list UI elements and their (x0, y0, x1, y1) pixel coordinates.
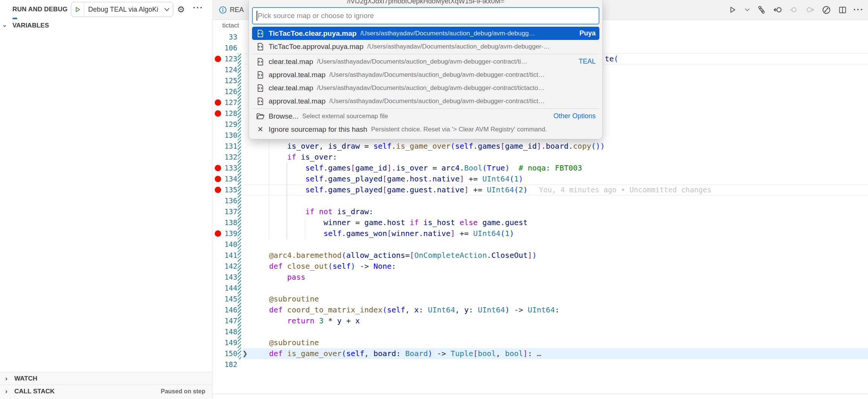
tab-label: REA (230, 6, 244, 14)
line-number: 132 (212, 152, 237, 163)
code-line-149[interactable]: 149 @subroutine (212, 337, 868, 348)
quickpick-item[interactable]: Browse...Select external sourcemap fileO… (252, 110, 599, 123)
run-button[interactable] (728, 5, 738, 15)
call-stack-section-header[interactable]: › CALL STACK Paused on step (0, 385, 212, 399)
code-line-134[interactable]: 134 self.games_played[game.host.native] … (212, 174, 868, 184)
quickpick-input[interactable]: Pick source map or choose to ignore (252, 7, 599, 24)
code-line-138[interactable]: 138 winner = game.host if is_host else g… (212, 217, 868, 228)
run-dropdown-chevron-icon[interactable] (744, 5, 750, 15)
quickpick-item-label: approval.teal.map (269, 71, 326, 79)
start-debug-button[interactable] (71, 2, 84, 17)
quickpick-item-label: approval.teal.map (269, 97, 326, 105)
modified-lines-gutter-decoration (238, 53, 241, 359)
file-code-icon (256, 70, 265, 79)
code-line-141[interactable]: 141 @arc4.baremethod(allow_actions=[OnCo… (212, 250, 868, 261)
quickpick-item-description: /Users/asthayadav/Documents/auction_debu… (329, 71, 545, 79)
quickpick-item[interactable]: TicTacToe.approval.puya.map/Users/asthay… (252, 40, 599, 53)
code-text: self.games[game_id].is_over = arc4.Bool(… (251, 163, 582, 174)
progress-indicator (12, 18, 17, 19)
swap-session-icon[interactable] (756, 5, 766, 15)
quickpick-item[interactable]: approval.teal.map/Users/asthayadav/Docum… (252, 68, 599, 81)
line-number: 106 (212, 43, 237, 53)
quickpick-item[interactable]: TicTacToe.clear.puya.map/Users/asthayada… (252, 27, 599, 40)
code-line-135[interactable]: 135 self.games_played[game.guest.native]… (212, 184, 868, 195)
quickpick-item[interactable]: approval.teal.map/Users/asthayadav/Docum… (252, 94, 599, 108)
code-line-139[interactable]: 139 self.games_won[winner.native] += UIn… (212, 228, 868, 239)
code-line-136[interactable]: 136 (212, 195, 868, 206)
run-to-line-icon[interactable] (821, 5, 831, 15)
quickpick-item-description: /Users/asthayadav/Documents/auction_debu… (317, 58, 527, 65)
code-line-150[interactable]: 150❯ def is_game_over(self, board: Board… (212, 348, 868, 359)
code-line-142[interactable]: 142 def close_out(self) -> None: (212, 261, 868, 272)
fold-chevron-icon[interactable]: ❯ (242, 348, 250, 359)
line-number: 140 (212, 239, 237, 250)
file-code-icon (256, 97, 265, 106)
line-number: 126 (212, 86, 237, 97)
variables-section-header[interactable]: › VARIABLES (0, 21, 212, 32)
chevron-down-icon (164, 8, 173, 11)
quickpick-item-description: /Users/asthayadav/Documents/auction_debu… (367, 43, 550, 50)
code-line-131[interactable]: 131 is_over, is_draw = self.is_game_over… (212, 141, 868, 152)
watch-section-header[interactable]: › WATCH (0, 372, 212, 385)
code-line-145[interactable]: 145 @subroutine (212, 294, 868, 305)
code-line-133[interactable]: 133 self.games[game_id].is_over = arc4.B… (212, 163, 868, 174)
info-icon (219, 6, 227, 14)
line-number: 147 (212, 315, 237, 326)
text-cursor (257, 11, 257, 21)
code-line-140[interactable]: 140 (212, 239, 868, 250)
gear-icon[interactable]: ⚙ (177, 5, 185, 14)
line-number: 124 (212, 64, 237, 75)
code-line-132[interactable]: 132 if is_over: (212, 152, 868, 163)
code-line-147[interactable]: 147 return 3 * y + x (212, 315, 868, 326)
breadcrumb[interactable]: tictact (222, 20, 239, 32)
quickpick-item[interactable]: clear.teal.map/Users/asthayadav/Document… (252, 81, 599, 94)
step-forward-icon (805, 5, 815, 15)
code-line-137[interactable]: 137 if not is_draw: (212, 206, 868, 217)
code-text: self.games_played[game.guest.native] += … (251, 184, 711, 195)
close-icon: ✕ (256, 125, 265, 134)
quickpick-overlay: /lVlJ2gXJdxI7pmobtOepkHdoMyetXqW15FiFtkx… (249, 0, 603, 139)
chevron-down-icon: › (1, 25, 9, 27)
line-number: 135 (212, 184, 237, 195)
line-number: 137 (212, 206, 237, 217)
line-number: 144 (212, 283, 237, 294)
line-number: 128 (212, 108, 237, 119)
call-stack-status: Paused on step (161, 388, 205, 395)
quickpick-placeholder: Pick source map or choose to ignore (258, 12, 374, 20)
debug-config-label: Debug TEAL via AlgoKi (84, 6, 164, 14)
code-line-146[interactable]: 146 def coord_to_matrix_index(self, x: U… (212, 305, 868, 315)
quickpick-item-label: Ignore sourcemap for this hash (269, 125, 367, 134)
play-icon (729, 6, 737, 14)
file-code-icon (256, 42, 265, 51)
quickpick-item-label: TicTacToe.approval.puya.map (269, 43, 364, 51)
code-text: is_over, is_draw = self.is_game_over(sel… (251, 141, 605, 152)
quickpick-separator-label: Other Options (550, 112, 596, 120)
code-line-182[interactable]: 182 (212, 359, 868, 370)
quickpick-item-label: TicTacToe.clear.puya.map (269, 29, 356, 38)
split-editor-icon[interactable] (837, 5, 847, 15)
code-text: return 3 * y + x (251, 315, 360, 326)
quickpick-item-description: Select external sourcemap file (302, 113, 388, 120)
reverse-continue-icon[interactable] (773, 5, 782, 15)
more-actions-icon[interactable]: ··· (193, 3, 203, 13)
line-number: 146 (212, 305, 237, 315)
code-text: self.games_won[winner.native] += UInt64(… (251, 228, 514, 239)
more-actions-icon[interactable]: ··· (854, 5, 863, 15)
variables-label: VARIABLES (12, 22, 49, 29)
sidebar-title: RUN AND DEBUG (12, 0, 67, 19)
editor-tab[interactable]: REA (219, 0, 244, 20)
file-code-icon (256, 84, 265, 93)
quickpick-item[interactable]: clear.teal.map/Users/asthayadav/Document… (252, 55, 599, 68)
code-line-144[interactable]: 144 (212, 283, 868, 294)
debug-config-dropdown[interactable]: Debug TEAL via AlgoKi (71, 2, 173, 17)
quickpick-list: TicTacToe.clear.puya.map/Users/asthayada… (252, 27, 599, 136)
quickpick-title-hash: /lVlJ2gXJdxI7pmobtOepkHdoMyetXqW15FiFtkx… (252, 0, 599, 6)
code-line-148[interactable]: 148 (212, 326, 868, 337)
quickpick-item-label: Browse... (269, 112, 298, 120)
quickpick-item[interactable]: ✕Ignore sourcemap for this hashPersisten… (252, 123, 599, 136)
quickpick-separator (253, 108, 599, 109)
git-blame-annotation: You, 4 minutes ago • Uncommitted changes (539, 186, 712, 194)
code-text: @subroutine (251, 294, 319, 305)
file-code-icon (256, 57, 265, 66)
code-line-143[interactable]: 143 pass (212, 272, 868, 283)
